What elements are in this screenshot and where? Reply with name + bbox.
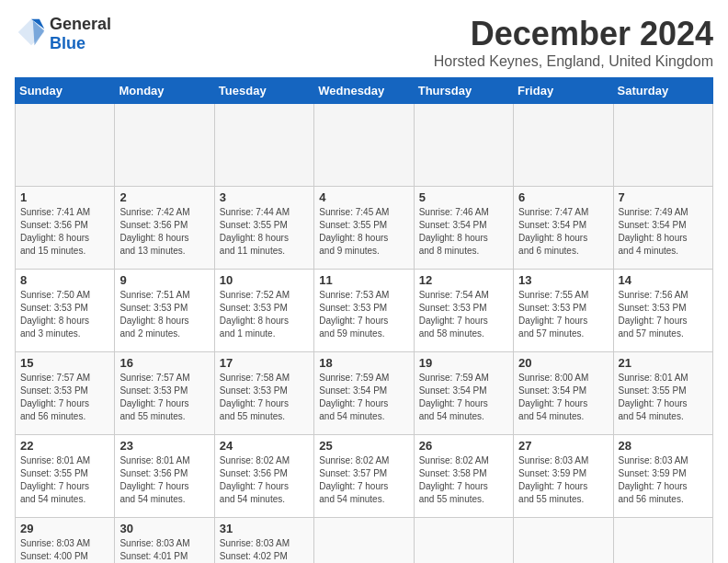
- day-number: 12: [419, 273, 508, 287]
- day-detail: Sunrise: 7:56 AM Sunset: 3:53 PM Dayligh…: [619, 289, 708, 340]
- day-number: 15: [20, 356, 109, 370]
- day-number: 21: [619, 356, 708, 370]
- day-detail: Sunrise: 8:02 AM Sunset: 3:57 PM Dayligh…: [319, 454, 408, 506]
- header-monday: Monday: [115, 78, 214, 104]
- calendar-day-cell: 15Sunrise: 7:57 AM Sunset: 3:53 PM Dayli…: [16, 352, 115, 435]
- calendar-day-cell: [16, 104, 115, 187]
- calendar-week-row: 15Sunrise: 7:57 AM Sunset: 3:53 PM Dayli…: [16, 352, 713, 435]
- day-detail: Sunrise: 8:03 AM Sunset: 4:02 PM Dayligh…: [220, 537, 309, 563]
- calendar-day-cell: 18Sunrise: 7:59 AM Sunset: 3:54 PM Dayli…: [314, 352, 414, 435]
- calendar-day-cell: [613, 518, 712, 564]
- header-thursday: Thursday: [414, 78, 513, 104]
- calendar-day-cell: 17Sunrise: 7:58 AM Sunset: 3:53 PM Dayli…: [214, 352, 313, 435]
- calendar-day-cell: 20Sunrise: 8:00 AM Sunset: 3:54 PM Dayli…: [514, 352, 613, 435]
- day-detail: Sunrise: 7:59 AM Sunset: 3:54 PM Dayligh…: [319, 372, 408, 423]
- day-number: 22: [20, 439, 109, 453]
- day-detail: Sunrise: 8:01 AM Sunset: 3:55 PM Dayligh…: [20, 454, 109, 506]
- day-number: 30: [119, 522, 209, 535]
- calendar-day-cell: 2Sunrise: 7:42 AM Sunset: 3:56 PM Daylig…: [115, 187, 214, 270]
- page-header: General Blue December 2024 Horsted Keyne…: [15, 15, 713, 70]
- day-detail: Sunrise: 8:02 AM Sunset: 3:56 PM Dayligh…: [220, 454, 309, 506]
- day-number: 26: [419, 439, 508, 453]
- calendar-week-row: 8Sunrise: 7:50 AM Sunset: 3:53 PM Daylig…: [16, 270, 713, 352]
- day-detail: Sunrise: 7:46 AM Sunset: 3:54 PM Dayligh…: [419, 206, 508, 258]
- calendar-day-cell: 4Sunrise: 7:45 AM Sunset: 3:55 PM Daylig…: [314, 187, 414, 270]
- day-detail: Sunrise: 7:55 AM Sunset: 3:53 PM Dayligh…: [518, 289, 608, 340]
- calendar-day-cell: [414, 518, 513, 564]
- calendar-day-cell: [514, 104, 613, 187]
- day-detail: Sunrise: 7:50 AM Sunset: 3:53 PM Dayligh…: [20, 289, 109, 340]
- day-number: 9: [119, 273, 209, 287]
- day-number: 1: [20, 190, 109, 204]
- calendar-day-cell: 6Sunrise: 7:47 AM Sunset: 3:54 PM Daylig…: [514, 187, 613, 270]
- calendar-day-cell: 30Sunrise: 8:03 AM Sunset: 4:01 PM Dayli…: [115, 518, 214, 564]
- calendar-day-cell: 11Sunrise: 7:53 AM Sunset: 3:53 PM Dayli…: [314, 270, 414, 352]
- header-saturday: Saturday: [613, 78, 712, 104]
- calendar-day-cell: 29Sunrise: 8:03 AM Sunset: 4:00 PM Dayli…: [16, 518, 115, 564]
- calendar-day-cell: 27Sunrise: 8:03 AM Sunset: 3:59 PM Dayli…: [514, 435, 613, 518]
- day-number: 18: [319, 356, 408, 370]
- calendar-day-cell: 16Sunrise: 7:57 AM Sunset: 3:53 PM Dayli…: [115, 352, 214, 435]
- day-detail: Sunrise: 7:59 AM Sunset: 3:54 PM Dayligh…: [419, 372, 508, 423]
- calendar-header-row: SundayMondayTuesdayWednesdayThursdayFrid…: [16, 78, 713, 104]
- day-number: 20: [518, 356, 608, 370]
- day-number: 19: [419, 356, 508, 370]
- month-title: December 2024: [434, 15, 713, 53]
- calendar-week-row: 22Sunrise: 8:01 AM Sunset: 3:55 PM Dayli…: [16, 435, 713, 518]
- calendar-day-cell: 5Sunrise: 7:46 AM Sunset: 3:54 PM Daylig…: [414, 187, 513, 270]
- calendar-day-cell: 19Sunrise: 7:59 AM Sunset: 3:54 PM Dayli…: [414, 352, 513, 435]
- day-number: 13: [518, 273, 608, 287]
- day-number: 25: [319, 439, 408, 453]
- calendar-day-cell: [613, 104, 712, 187]
- day-detail: Sunrise: 7:57 AM Sunset: 3:53 PM Dayligh…: [119, 372, 209, 423]
- header-friday: Friday: [514, 78, 613, 104]
- day-number: 6: [518, 190, 608, 204]
- calendar-day-cell: [214, 104, 313, 187]
- day-number: 8: [20, 273, 109, 287]
- calendar-day-cell: [314, 104, 414, 187]
- logo-icon: [17, 17, 46, 47]
- calendar-day-cell: 22Sunrise: 8:01 AM Sunset: 3:55 PM Dayli…: [16, 435, 115, 518]
- day-number: 23: [119, 439, 209, 453]
- day-number: 27: [518, 439, 608, 453]
- day-detail: Sunrise: 8:01 AM Sunset: 3:55 PM Dayligh…: [619, 372, 708, 423]
- day-detail: Sunrise: 7:57 AM Sunset: 3:53 PM Dayligh…: [20, 372, 109, 423]
- day-detail: Sunrise: 7:52 AM Sunset: 3:53 PM Dayligh…: [220, 289, 309, 340]
- calendar-day-cell: 1Sunrise: 7:41 AM Sunset: 3:56 PM Daylig…: [16, 187, 115, 270]
- day-detail: Sunrise: 8:03 AM Sunset: 4:01 PM Dayligh…: [119, 537, 209, 563]
- day-detail: Sunrise: 7:44 AM Sunset: 3:55 PM Dayligh…: [220, 206, 309, 258]
- calendar-day-cell: 7Sunrise: 7:49 AM Sunset: 3:54 PM Daylig…: [613, 187, 712, 270]
- day-detail: Sunrise: 8:02 AM Sunset: 3:58 PM Dayligh…: [419, 454, 508, 506]
- header-wednesday: Wednesday: [314, 78, 414, 104]
- calendar-table: SundayMondayTuesdayWednesdayThursdayFrid…: [15, 77, 713, 563]
- day-detail: Sunrise: 7:42 AM Sunset: 3:56 PM Dayligh…: [119, 206, 209, 258]
- day-number: 5: [419, 190, 508, 204]
- calendar-day-cell: [514, 518, 613, 564]
- header-tuesday: Tuesday: [214, 78, 313, 104]
- calendar-day-cell: 10Sunrise: 7:52 AM Sunset: 3:53 PM Dayli…: [214, 270, 313, 352]
- day-detail: Sunrise: 8:00 AM Sunset: 3:54 PM Dayligh…: [518, 372, 608, 423]
- title-block: December 2024 Horsted Keynes, England, U…: [434, 15, 713, 70]
- calendar-day-cell: 31Sunrise: 8:03 AM Sunset: 4:02 PM Dayli…: [214, 518, 313, 564]
- day-detail: Sunrise: 8:01 AM Sunset: 3:56 PM Dayligh…: [119, 454, 209, 506]
- day-number: 4: [319, 190, 408, 204]
- day-detail: Sunrise: 7:51 AM Sunset: 3:53 PM Dayligh…: [119, 289, 209, 340]
- calendar-day-cell: 12Sunrise: 7:54 AM Sunset: 3:53 PM Dayli…: [414, 270, 513, 352]
- calendar-day-cell: [414, 104, 513, 187]
- day-detail: Sunrise: 7:49 AM Sunset: 3:54 PM Dayligh…: [619, 206, 708, 258]
- day-number: 11: [319, 273, 408, 287]
- day-number: 2: [119, 190, 209, 204]
- calendar-day-cell: 21Sunrise: 8:01 AM Sunset: 3:55 PM Dayli…: [613, 352, 712, 435]
- day-detail: Sunrise: 7:58 AM Sunset: 3:53 PM Dayligh…: [220, 372, 309, 423]
- day-detail: Sunrise: 7:54 AM Sunset: 3:53 PM Dayligh…: [419, 289, 508, 340]
- calendar-day-cell: 23Sunrise: 8:01 AM Sunset: 3:56 PM Dayli…: [115, 435, 214, 518]
- day-detail: Sunrise: 7:45 AM Sunset: 3:55 PM Dayligh…: [319, 206, 408, 258]
- logo-general: General: [50, 15, 111, 34]
- calendar-day-cell: [314, 518, 414, 564]
- calendar-day-cell: 25Sunrise: 8:02 AM Sunset: 3:57 PM Dayli…: [314, 435, 414, 518]
- logo: General Blue: [15, 15, 111, 53]
- day-detail: Sunrise: 7:47 AM Sunset: 3:54 PM Dayligh…: [518, 206, 608, 258]
- day-detail: Sunrise: 8:03 AM Sunset: 3:59 PM Dayligh…: [518, 454, 608, 506]
- day-number: 28: [619, 439, 708, 453]
- day-number: 29: [20, 522, 109, 535]
